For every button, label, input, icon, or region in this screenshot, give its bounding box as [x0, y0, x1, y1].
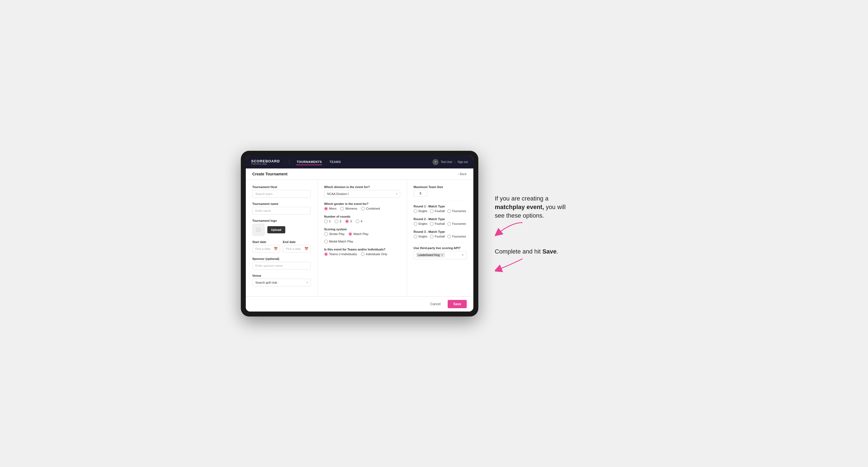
start-date-group: Start date 📅 [252, 240, 280, 253]
navbar: SCOREBOARD Powered by clippit TOURNAMENT… [246, 156, 473, 168]
venue-select[interactable]: Search golf club [252, 279, 311, 286]
r1-foursomes[interactable]: Foursomes [447, 209, 466, 213]
division-label: Which division is the event for? [324, 185, 400, 189]
calendar-icon: 📅 [274, 247, 278, 251]
round-2[interactable]: 2 [335, 220, 341, 223]
name-group: Tournament name [252, 202, 311, 215]
arrow-bottom-svg [495, 256, 528, 273]
rounds-radio-group: 1 2 3 [324, 220, 400, 223]
round3-match-group: Round 3 - Match Type Singles Fourball [414, 230, 467, 238]
navbar-right: T Test User | Sign out [432, 159, 468, 165]
calendar-icon-2: 📅 [304, 247, 308, 251]
name-input[interactable] [252, 207, 311, 215]
scoring-medal[interactable]: Medal Match Play [324, 240, 353, 243]
svg-point-1 [257, 229, 258, 229]
form-middle: Which division is the event for? NCAA Di… [318, 180, 407, 296]
round1-match-label: Round 1 - Match Type [414, 205, 467, 208]
logo-upload-area: Upload [252, 224, 311, 236]
tablet-frame: SCOREBOARD Powered by clippit TOURNAMENT… [241, 151, 478, 316]
round2-match-group: Round 2 - Match Type Singles Fourball [414, 217, 467, 226]
annotation-bottom: Complete and hit Save. [495, 247, 572, 273]
sign-out-link[interactable]: Sign out [458, 160, 468, 163]
event-teams[interactable]: Teams (+Individuals) [324, 252, 357, 256]
scoring-stroke[interactable]: Stroke Play [324, 232, 345, 236]
round-3[interactable]: 3 [345, 220, 352, 223]
upload-button[interactable]: Upload [267, 226, 285, 234]
round1-match-group: Round 1 - Match Type Singles Fourball [414, 205, 467, 213]
sponsor-label: Sponsor (optional) [252, 257, 311, 260]
gender-combined[interactable]: Combined [361, 207, 380, 211]
r3-foursomes[interactable]: Foursomes [447, 235, 466, 238]
form-left: Tournament Host Tournament name Tourname… [246, 180, 318, 296]
venue-group: Venue Search golf club [252, 274, 311, 286]
venue-label: Venue [252, 274, 311, 277]
round-1[interactable]: 1 [324, 220, 331, 223]
scoring-match[interactable]: Match Play [348, 232, 368, 236]
nav-tournaments[interactable]: TOURNAMENTS [296, 159, 322, 165]
r1-fourball[interactable]: Fourball [430, 209, 445, 213]
divider-1 [414, 201, 467, 201]
brand-sub: Powered by clippit [251, 163, 280, 165]
r2-fourball[interactable]: Fourball [430, 222, 445, 226]
division-group: Which division is the event for? NCAA Di… [324, 185, 400, 198]
form-footer: Cancel Save [246, 296, 473, 312]
nav-divider [289, 159, 289, 165]
form-right: Maximum Team Size Round 1 - Match Type S… [407, 180, 473, 296]
round2-match-row: Singles Fourball Foursomes [414, 222, 467, 226]
annotations-panel: If you are creating a matchplay event, y… [489, 189, 627, 278]
round3-match-label: Round 3 - Match Type [414, 230, 467, 234]
save-button[interactable]: Save [448, 300, 466, 308]
max-team-input[interactable] [414, 190, 428, 197]
user-avatar: T [432, 159, 439, 165]
api-chevron-icon: ▼ [462, 253, 464, 256]
logo-placeholder [252, 224, 265, 236]
scoring-label: Scoring system [324, 227, 400, 231]
host-input[interactable] [252, 190, 311, 198]
api-tag: Leaderboard King ✕ [416, 253, 445, 257]
division-select[interactable]: NCAA Division I NCAA Division II NCAA Di… [324, 190, 400, 198]
back-link[interactable]: ‹ Back [458, 172, 466, 176]
nav-teams[interactable]: TEAMS [329, 159, 341, 165]
sponsor-input[interactable] [252, 262, 311, 270]
round2-match-label: Round 2 - Match Type [414, 217, 467, 221]
end-date-group: End date 📅 [283, 240, 311, 253]
annotation-top: If you are creating a matchplay event, y… [495, 194, 572, 237]
api-group: Use third-party live scoring API? Leader… [414, 246, 467, 259]
division-select-wrap: NCAA Division I NCAA Division II NCAA Di… [324, 190, 400, 198]
annotation-top-text: If you are creating a matchplay event, y… [495, 194, 572, 220]
brand-main: SCOREBOARD [251, 159, 280, 163]
cancel-button[interactable]: Cancel [426, 300, 445, 308]
name-label: Tournament name [252, 202, 311, 206]
r3-singles[interactable]: Singles [414, 235, 428, 238]
round3-match-row: Singles Fourball Foursomes [414, 235, 467, 238]
event-type-group: Is this event for Teams and/or Individua… [324, 248, 400, 256]
gender-mens[interactable]: Mens [324, 207, 337, 211]
r3-fourball[interactable]: Fourball [430, 235, 445, 238]
arrow-top-svg [495, 220, 528, 237]
r2-singles[interactable]: Singles [414, 222, 428, 226]
gender-womens[interactable]: Womens [340, 207, 357, 211]
api-select-wrap[interactable]: Leaderboard King ✕ ▼ [414, 251, 467, 259]
gender-label: Which gender is the event for? [324, 202, 400, 206]
r2-foursomes[interactable]: Foursomes [447, 222, 466, 226]
gender-group: Which gender is the event for? Mens Wome… [324, 202, 400, 211]
brand: SCOREBOARD Powered by clippit [251, 159, 280, 165]
sponsor-group: Sponsor (optional) [252, 257, 311, 270]
round1-match-row: Singles Fourball Foursomes [414, 209, 467, 213]
user-name: Test User [441, 160, 453, 163]
form-body: Tournament Host Tournament name Tourname… [246, 180, 473, 296]
end-date-wrap: 📅 [283, 245, 311, 253]
page-wrapper: SCOREBOARD Powered by clippit TOURNAMENT… [241, 151, 627, 316]
event-individuals[interactable]: Individuals Only [361, 252, 388, 256]
divider-2 [414, 243, 467, 243]
api-remove-icon[interactable]: ✕ [441, 253, 443, 257]
max-team-group: Maximum Team Size [414, 185, 467, 197]
scoring-group: Scoring system Stroke Play Match Play [324, 227, 400, 243]
round-4[interactable]: 4 [356, 220, 362, 223]
api-value: Leaderboard King [418, 253, 440, 256]
r1-singles[interactable]: Singles [414, 209, 428, 213]
event-type-radio-group: Teams (+Individuals) Individuals Only [324, 252, 400, 256]
tablet-screen: SCOREBOARD Powered by clippit TOURNAMENT… [246, 156, 473, 312]
end-date-label: End date [283, 240, 311, 244]
start-date-label: Start date [252, 240, 280, 244]
